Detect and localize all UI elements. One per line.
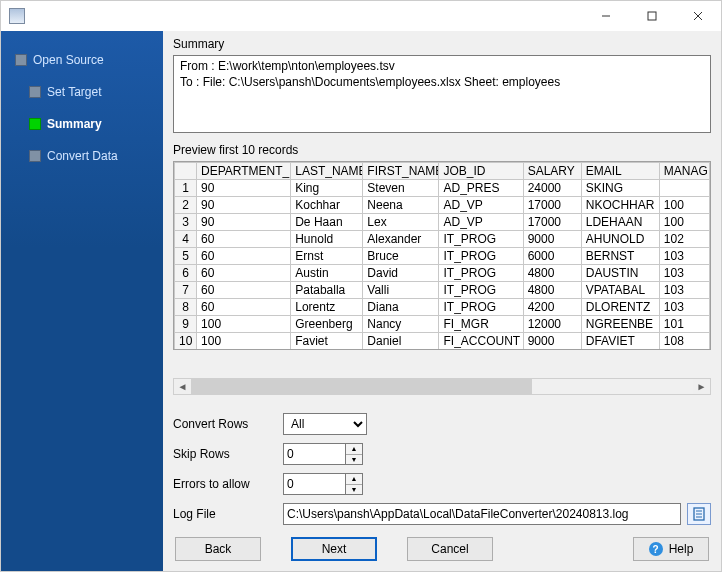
table-cell[interactable]: FI_MGR xyxy=(439,315,523,332)
spin-down-icon[interactable]: ▼ xyxy=(346,485,362,495)
table-cell[interactable]: 12000 xyxy=(523,315,581,332)
table-cell[interactable]: Greenberg xyxy=(291,315,363,332)
table-cell[interactable]: AD_VP xyxy=(439,213,523,230)
table-cell[interactable]: Steven xyxy=(363,179,439,196)
spin-down-icon[interactable]: ▼ xyxy=(346,455,362,465)
table-cell[interactable]: SKING xyxy=(581,179,659,196)
table-cell[interactable]: 101 xyxy=(659,315,709,332)
table-cell[interactable]: 90 xyxy=(197,179,291,196)
scroll-thumb[interactable] xyxy=(191,379,532,394)
horizontal-scrollbar[interactable]: ◄ ► xyxy=(173,378,711,395)
spin-up-icon[interactable]: ▲ xyxy=(346,444,362,455)
table-cell[interactable]: Ernst xyxy=(291,247,363,264)
table-cell[interactable]: 17000 xyxy=(523,213,581,230)
table-cell[interactable]: AHUNOLD xyxy=(581,230,659,247)
table-cell[interactable]: 4800 xyxy=(523,264,581,281)
table-cell[interactable]: BERNST xyxy=(581,247,659,264)
table-cell[interactable]: 60 xyxy=(197,247,291,264)
browse-log-button[interactable] xyxy=(687,503,711,525)
log-file-input[interactable] xyxy=(283,503,681,525)
table-row[interactable]: 560ErnstBruceIT_PROG6000BERNST103 xyxy=(175,247,710,264)
table-cell[interactable]: 24000 xyxy=(523,179,581,196)
table-cell[interactable]: DFAVIET xyxy=(581,332,659,349)
column-header[interactable]: EMAIL xyxy=(581,162,659,179)
cancel-button[interactable]: Cancel xyxy=(407,537,493,561)
table-cell[interactable]: 9000 xyxy=(523,332,581,349)
table-cell[interactable]: Faviet xyxy=(291,332,363,349)
table-cell[interactable]: VPATABAL xyxy=(581,281,659,298)
table-cell[interactable]: Pataballa xyxy=(291,281,363,298)
table-cell[interactable]: King xyxy=(291,179,363,196)
column-header[interactable]: SALARY xyxy=(523,162,581,179)
table-cell[interactable]: David xyxy=(363,264,439,281)
scroll-right-icon[interactable]: ► xyxy=(693,379,710,394)
table-cell[interactable]: NKOCHHAR xyxy=(581,196,659,213)
table-cell[interactable]: Alexander xyxy=(363,230,439,247)
table-cell[interactable]: 103 xyxy=(659,247,709,264)
errors-input[interactable] xyxy=(283,473,345,495)
table-cell[interactable]: Lorentz xyxy=(291,298,363,315)
maximize-button[interactable] xyxy=(629,1,675,31)
errors-stepper[interactable]: ▲ ▼ xyxy=(283,473,367,495)
spin-up-icon[interactable]: ▲ xyxy=(346,474,362,485)
column-header[interactable]: JOB_ID xyxy=(439,162,523,179)
table-row[interactable]: 290KochharNeenaAD_VP17000NKOCHHAR100 xyxy=(175,196,710,213)
table-cell[interactable]: 100 xyxy=(197,315,291,332)
table-cell[interactable]: Neena xyxy=(363,196,439,213)
table-cell[interactable]: 60 xyxy=(197,281,291,298)
skip-rows-input[interactable] xyxy=(283,443,345,465)
column-header[interactable]: DEPARTMENT_ID xyxy=(197,162,291,179)
table-cell[interactable]: 6000 xyxy=(523,247,581,264)
table-cell[interactable]: FI_ACCOUNT xyxy=(439,332,523,349)
table-cell[interactable]: AD_VP xyxy=(439,196,523,213)
table-cell[interactable]: DAUSTIN xyxy=(581,264,659,281)
table-cell[interactable]: 102 xyxy=(659,230,709,247)
table-cell[interactable]: LDEHAAN xyxy=(581,213,659,230)
table-cell[interactable]: AD_PRES xyxy=(439,179,523,196)
table-cell[interactable]: Kochhar xyxy=(291,196,363,213)
sidebar-item-open-source[interactable]: Open Source xyxy=(1,49,163,71)
table-cell[interactable]: Nancy xyxy=(363,315,439,332)
close-button[interactable] xyxy=(675,1,721,31)
table-cell[interactable]: 60 xyxy=(197,264,291,281)
table-cell[interactable]: 4800 xyxy=(523,281,581,298)
table-cell[interactable]: De Haan xyxy=(291,213,363,230)
table-cell[interactable]: Daniel xyxy=(363,332,439,349)
table-cell[interactable]: Bruce xyxy=(363,247,439,264)
table-row[interactable]: 10100FavietDanielFI_ACCOUNT9000DFAVIET10… xyxy=(175,332,710,349)
next-button[interactable]: Next xyxy=(291,537,377,561)
table-cell[interactable]: 103 xyxy=(659,298,709,315)
table-cell[interactable]: 100 xyxy=(659,196,709,213)
table-cell[interactable]: Hunold xyxy=(291,230,363,247)
minimize-button[interactable] xyxy=(583,1,629,31)
table-row[interactable]: 860LorentzDianaIT_PROG4200DLORENTZ103 xyxy=(175,298,710,315)
sidebar-item-convert-data[interactable]: Convert Data xyxy=(1,145,163,167)
table-cell[interactable]: IT_PROG xyxy=(439,264,523,281)
help-button[interactable]: ? Help xyxy=(633,537,709,561)
convert-rows-select[interactable]: All xyxy=(283,413,367,435)
column-header[interactable]: FIRST_NAME xyxy=(363,162,439,179)
table-cell[interactable]: 103 xyxy=(659,281,709,298)
table-cell[interactable]: Lex xyxy=(363,213,439,230)
table-cell[interactable]: IT_PROG xyxy=(439,281,523,298)
scroll-track[interactable] xyxy=(191,379,693,394)
table-row[interactable]: 390De HaanLexAD_VP17000LDEHAAN100 xyxy=(175,213,710,230)
sidebar-item-set-target[interactable]: Set Target xyxy=(1,81,163,103)
table-cell[interactable]: 60 xyxy=(197,298,291,315)
table-cell[interactable]: 90 xyxy=(197,213,291,230)
table-row[interactable]: 190KingStevenAD_PRES24000SKING xyxy=(175,179,710,196)
summary-text-box[interactable]: From : E:\work\temp\nton\employees.tsv T… xyxy=(173,55,711,133)
skip-rows-stepper[interactable]: ▲ ▼ xyxy=(283,443,367,465)
table-cell[interactable] xyxy=(659,179,709,196)
table-row[interactable]: 760PataballaValliIT_PROG4800VPATABAL103 xyxy=(175,281,710,298)
table-cell[interactable]: IT_PROG xyxy=(439,247,523,264)
table-cell[interactable]: 103 xyxy=(659,264,709,281)
table-cell[interactable]: IT_PROG xyxy=(439,298,523,315)
table-row[interactable]: 460HunoldAlexanderIT_PROG9000AHUNOLD102 xyxy=(175,230,710,247)
table-cell[interactable]: 4200 xyxy=(523,298,581,315)
table-cell[interactable]: 108 xyxy=(659,332,709,349)
back-button[interactable]: Back xyxy=(175,537,261,561)
table-cell[interactable]: 100 xyxy=(659,213,709,230)
table-cell[interactable]: 100 xyxy=(197,332,291,349)
column-header[interactable]: LAST_NAME xyxy=(291,162,363,179)
